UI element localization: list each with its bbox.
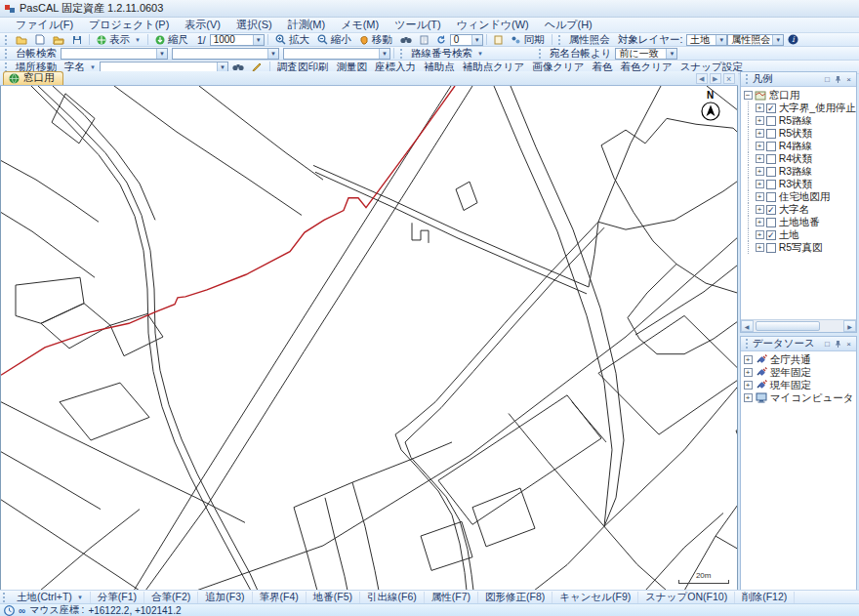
edit-function-button[interactable]: 図形修正(F8)▼	[478, 592, 552, 603]
menu-item[interactable]: プロジェクト(P)	[81, 18, 177, 32]
zoom-out-button[interactable]: 縮小	[313, 33, 355, 46]
layer-checkbox[interactable]	[766, 116, 776, 126]
close-icon[interactable]: ×	[843, 339, 854, 349]
maximize-icon[interactable]: □	[822, 339, 833, 349]
layer-checkbox[interactable]	[766, 129, 776, 139]
scale-combo[interactable]: 1000▼	[210, 34, 265, 46]
search-binoculars-button[interactable]	[396, 33, 416, 46]
ledger-search-combo-3[interactable]: ▼	[283, 48, 390, 60]
menu-item[interactable]: メモ(M)	[333, 18, 387, 32]
edit-function-button[interactable]: 筆界(F4)▼	[253, 592, 307, 603]
chevron-down-icon[interactable]: ▼	[267, 49, 278, 59]
layer-checkbox[interactable]	[766, 230, 776, 240]
datasource-row[interactable]: マイコンピュータ	[744, 391, 856, 404]
tab-prev-button[interactable]: ◀	[696, 73, 708, 84]
datasource-row[interactable]: 現年固定	[744, 379, 856, 391]
expand-icon[interactable]	[756, 167, 764, 176]
layer-checkbox[interactable]	[766, 243, 776, 253]
pan-button[interactable]: 移動	[355, 33, 396, 46]
zoom-in-button[interactable]: 拡大	[271, 33, 313, 46]
legend-layer-row[interactable]: R5状類	[744, 127, 856, 140]
expand-icon[interactable]	[756, 142, 764, 150]
pin-icon[interactable]	[833, 74, 843, 85]
map-canvas[interactable]: N 20m	[0, 86, 738, 591]
chevron-down-icon[interactable]: ▼	[772, 35, 783, 45]
legend-layer-row[interactable]: R3路線	[744, 165, 856, 178]
layer-checkbox[interactable]	[766, 180, 776, 189]
edit-function-button[interactable]: 削除(F12)▼	[735, 592, 795, 603]
attribute-query-mode-combo[interactable]: 属性照会▼	[727, 34, 784, 46]
legend-layer-row[interactable]: R4状類	[744, 152, 856, 165]
legend-horizontal-scrollbar[interactable]: ◀ ▶	[741, 319, 856, 332]
chevron-down-icon[interactable]: ▼	[666, 49, 676, 59]
layer-checkbox[interactable]	[766, 205, 776, 215]
attribute-query-button[interactable]: 属性照会	[565, 33, 614, 46]
legend-layer-row[interactable]: R4路線	[744, 140, 856, 152]
menu-item[interactable]: ファイル(F)	[8, 18, 81, 32]
print-page-button[interactable]	[490, 33, 507, 46]
edit-function-button[interactable]: キャンセル(F9)▼	[552, 592, 638, 603]
new-document-button[interactable]	[31, 33, 49, 46]
layer-checkbox[interactable]	[766, 218, 776, 227]
scroll-right-icon[interactable]: ▶	[843, 320, 856, 332]
tab-madoguchiyou[interactable]: 窓口用	[3, 71, 63, 85]
new-project-button[interactable]	[12, 33, 31, 46]
expand-icon[interactable]	[756, 116, 764, 125]
expand-icon[interactable]	[744, 368, 753, 377]
edit-function-button[interactable]: 地番(F5)▼	[307, 592, 360, 603]
edit-function-button[interactable]: 土地(Ctrl+T)▼	[10, 592, 91, 603]
page-preview-button[interactable]	[416, 33, 432, 46]
datasource-row[interactable]: 全庁共通	[744, 353, 856, 366]
display-button[interactable]: 表示▼	[93, 33, 144, 46]
expand-icon[interactable]	[756, 154, 764, 163]
pin-icon[interactable]	[833, 339, 843, 349]
layer-checkbox[interactable]	[766, 192, 776, 202]
edit-function-button[interactable]: 属性(F7)▼	[425, 592, 478, 603]
layer-checkbox[interactable]	[766, 167, 776, 177]
ledger-search-button[interactable]: 台帳検索	[12, 47, 61, 60]
legend-layer-row[interactable]: 大字界_使用停止	[744, 102, 856, 114]
edit-function-button[interactable]: 合筆(F2)▼	[144, 592, 198, 603]
expand-icon[interactable]	[756, 230, 764, 239]
chevron-down-icon[interactable]: ▼	[253, 35, 264, 45]
tab-close-button[interactable]: ×	[723, 73, 735, 84]
legend-layer-row[interactable]: 住宅地図用	[744, 190, 856, 203]
target-layer-combo[interactable]: 土地▼	[686, 34, 727, 46]
collapse-icon[interactable]	[744, 91, 753, 100]
menu-item[interactable]: 計測(M)	[280, 18, 334, 32]
expand-icon[interactable]	[756, 218, 764, 226]
expand-icon[interactable]	[756, 243, 764, 252]
edit-function-button[interactable]: 追加(F3)▼	[198, 592, 252, 603]
rotate-angle-combo[interactable]: 0▼	[450, 34, 483, 46]
legend-layer-row[interactable]: R3状類	[744, 178, 856, 190]
chevron-down-icon[interactable]: ▼	[156, 49, 167, 59]
legend-layer-row[interactable]: 大字名	[744, 203, 856, 216]
layer-checkbox[interactable]	[766, 103, 776, 113]
ledger-search-combo-1[interactable]: ▼	[61, 48, 168, 60]
tab-next-button[interactable]: ▶	[710, 73, 721, 84]
expand-icon[interactable]	[756, 129, 764, 138]
match-mode-combo[interactable]: 前に一致▼	[615, 48, 677, 60]
chevron-down-icon[interactable]: ▼	[379, 49, 389, 59]
menu-item[interactable]: 表示(V)	[177, 18, 228, 32]
legend-root-row[interactable]: 窓口用	[744, 89, 856, 102]
edit-function-button[interactable]: スナップON(F10)▼	[638, 592, 735, 603]
route-number-search-button[interactable]: 路線番号検索▼	[407, 47, 487, 60]
chevron-down-icon[interactable]: ▼	[217, 62, 227, 72]
scroll-left-icon[interactable]: ◀	[741, 320, 754, 332]
expand-icon[interactable]	[756, 180, 764, 188]
expand-icon[interactable]	[756, 192, 764, 201]
expand-icon[interactable]	[744, 381, 753, 390]
expand-icon[interactable]	[756, 205, 764, 214]
open-button[interactable]	[49, 33, 68, 46]
legend-layer-row[interactable]: R5路線	[744, 114, 856, 127]
sync-button[interactable]: 同期	[507, 33, 549, 46]
addressee-ledger-button[interactable]: 宛名台帳より	[546, 47, 616, 60]
datasource-row[interactable]: 翌年固定	[744, 366, 856, 379]
legend-layer-row[interactable]: R5写真図	[744, 241, 856, 254]
chevron-down-icon[interactable]: ▼	[716, 35, 726, 45]
menu-item[interactable]: ヘルプ(H)	[537, 18, 600, 32]
legend-layer-row[interactable]: 土地	[744, 228, 856, 241]
maximize-icon[interactable]: □	[822, 74, 833, 85]
save-button[interactable]	[68, 33, 86, 46]
